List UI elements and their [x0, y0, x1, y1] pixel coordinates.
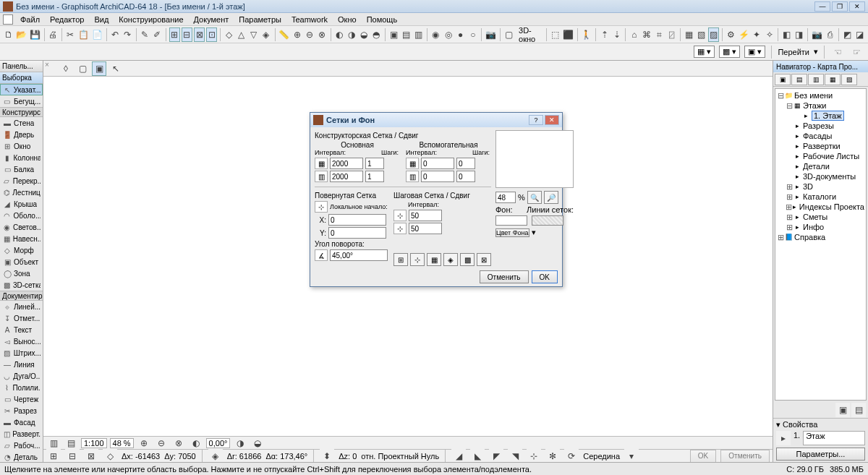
ico-11[interactable]: ✧	[764, 27, 775, 42]
snap4-icon[interactable]: ⊡	[206, 27, 217, 42]
snap2-icon[interactable]: ⊟	[182, 27, 192, 42]
tool-a-icon[interactable]: ◇	[224, 27, 234, 42]
zoom-percent[interactable]	[495, 192, 516, 203]
zoom-field[interactable]: 48 %	[110, 438, 134, 448]
ico-14[interactable]: 📷	[811, 27, 823, 42]
tool-construct-4[interactable]: ▭Балка	[0, 163, 43, 175]
tool-document-7[interactable]: ⌇Полили...	[0, 382, 43, 393]
tool-construct-5[interactable]: ▱Перекр...	[0, 175, 43, 187]
rot-angle[interactable]	[330, 249, 388, 261]
zoom-in-icon[interactable]: 🔍	[527, 191, 542, 204]
rot-y[interactable]	[328, 227, 386, 239]
nav-tab-4[interactable]: ▦	[825, 74, 841, 85]
aux-step-2[interactable]	[456, 171, 475, 182]
prop-value[interactable]: Этаж	[803, 431, 865, 445]
tool-j-icon[interactable]: ◒	[359, 27, 370, 42]
tool-n-icon[interactable]: ▥	[413, 27, 424, 42]
tree-reference[interactable]: ⊞📘Справка	[777, 232, 864, 242]
ico-2[interactable]: ⌘	[641, 27, 652, 42]
cb-7-icon[interactable]: ◢	[451, 449, 466, 463]
vb-8-icon[interactable]: ◒	[250, 436, 265, 449]
grid-mode-2[interactable]: ⊹	[410, 253, 425, 266]
snap1-icon[interactable]: ⊞	[169, 27, 180, 42]
dialog-cancel-button[interactable]: Отменить	[480, 270, 529, 283]
tool-construct-13[interactable]: ◯Зона	[0, 268, 43, 279]
ico-17[interactable]: ◪	[854, 27, 865, 42]
tool-document-9[interactable]: ✂Разрез	[0, 405, 43, 416]
camera-icon[interactable]: 📷	[485, 27, 497, 42]
scale-field[interactable]: 1:100	[81, 438, 107, 448]
grid-mode-6[interactable]: ⊠	[477, 253, 491, 266]
measure-icon[interactable]: 📏	[278, 27, 290, 42]
tree-item-2[interactable]: ▸Развертки	[777, 141, 864, 151]
bg-swatch[interactable]	[495, 215, 527, 226]
tool-l-icon[interactable]: ▣	[388, 27, 399, 42]
tool-e-icon[interactable]: ⊕	[292, 27, 302, 42]
tool-document-11[interactable]: ◫Разверт...	[0, 428, 43, 440]
tree-item-5[interactable]: ▸3D-документы	[777, 171, 864, 181]
grid-mode-3[interactable]: ▦	[427, 253, 441, 266]
tool-construct-14[interactable]: ▩3D-сетка	[0, 279, 43, 291]
close-button[interactable]: ✕	[849, 1, 865, 12]
snap-label[interactable]: Середина	[583, 452, 620, 461]
tree-item-7[interactable]: ⊞▸Каталоги	[777, 192, 864, 202]
ico-12[interactable]: ◧	[781, 27, 792, 42]
maximize-button[interactable]: ❐	[832, 1, 848, 12]
main-step-1[interactable]	[365, 158, 384, 169]
tool-construct-6[interactable]: ⌬Лестница	[0, 187, 43, 198]
tool-construct-0[interactable]: ▬Стена	[0, 117, 43, 129]
tree-root[interactable]: ⊟📁Без имени	[777, 90, 864, 100]
tool-construct-3[interactable]: ▮Колонна	[0, 152, 43, 163]
minimize-button[interactable]: —	[814, 1, 830, 12]
walk-icon[interactable]: 🚶	[580, 27, 592, 42]
tool-construct-9[interactable]: ◉Светов...	[0, 221, 43, 233]
gridlines-swatch[interactable]	[532, 215, 563, 226]
tool-construct-8[interactable]: ◠Оболо...	[0, 210, 43, 221]
goto-label[interactable]: Перейти	[778, 48, 809, 56]
menu-help[interactable]: Помощь	[362, 14, 402, 25]
tool-document-2[interactable]: AТекст	[0, 324, 43, 335]
vb-3-icon[interactable]: ⊕	[137, 436, 151, 449]
sub-3-icon[interactable]: ▣	[92, 61, 106, 76]
vb-6-icon[interactable]: ◐	[189, 436, 203, 449]
ico-5[interactable]: ▦	[684, 27, 694, 42]
redo-icon[interactable]: ↷	[122, 27, 133, 42]
nav-mode-1-icon[interactable]: ▣	[835, 403, 850, 417]
tool-document-6[interactable]: ◡Дуга/О...	[0, 370, 43, 382]
cb-11-icon[interactable]: ⊹	[527, 449, 541, 463]
tree-item-10[interactable]: ⊞▸Инфо	[777, 222, 864, 232]
grid-mode-4[interactable]: ◈	[443, 253, 458, 266]
snap3-icon[interactable]: ⊠	[194, 27, 205, 42]
section-construct[interactable]: Конструирс	[0, 107, 43, 117]
tree-item-9[interactable]: ⊞▸Сметы	[777, 212, 864, 222]
tool-r-icon[interactable]: ○	[467, 27, 478, 42]
tree-floor-1[interactable]: ▸1. Этаж	[777, 111, 864, 121]
grid-mode-1[interactable]: ⊞	[393, 253, 408, 266]
tool-f-icon[interactable]: ⊖	[304, 27, 315, 42]
tool-document-13[interactable]: ◔Деталь	[0, 451, 43, 462]
dialog-titlebar[interactable]: Сетки и Фон ? ✕	[310, 113, 562, 127]
dialog-ok-button[interactable]: OK	[532, 270, 558, 283]
tool-document-4[interactable]: ▨Штрих...	[0, 347, 43, 359]
nav-tab-1[interactable]: ▣	[775, 74, 791, 85]
tree-item-3[interactable]: ▸Рабочие Листы	[777, 151, 864, 161]
grid-mode-5[interactable]: ▩	[460, 253, 475, 266]
eyedropper-icon[interactable]: ✐	[152, 27, 163, 42]
cb-8-icon[interactable]: ◣	[470, 449, 485, 463]
tool-document-3[interactable]: ◅Вынос...	[0, 335, 43, 347]
section-document[interactable]: Документир	[0, 291, 43, 301]
pick-icon[interactable]: ✎	[140, 27, 150, 42]
nav-tab-2[interactable]: ▤	[791, 74, 807, 85]
undo-icon[interactable]: ↶	[110, 27, 121, 42]
tool-q-icon[interactable]: ●	[455, 27, 466, 42]
view-b-icon[interactable]: ⬛	[562, 27, 574, 42]
tool-construct-12[interactable]: ▣Объект	[0, 256, 43, 268]
cb-13-icon[interactable]: ⟳	[564, 449, 579, 463]
back-icon[interactable]: ☜	[830, 45, 845, 59]
zoom-out-icon[interactable]: 🔎	[544, 191, 558, 204]
vb-1-icon[interactable]: ▥	[46, 436, 61, 449]
step-int-1[interactable]	[409, 210, 442, 221]
tree-item-4[interactable]: ▸Детали	[777, 161, 864, 171]
tool-construct-11[interactable]: ◇Морф	[0, 244, 43, 256]
tool-c-icon[interactable]: ▽	[248, 27, 259, 42]
